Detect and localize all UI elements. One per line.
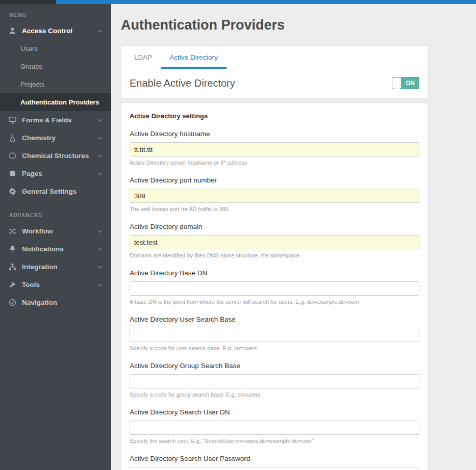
sidebar-item-label: Notifications — [22, 245, 64, 253]
enable-row: Enable Active Directory ON — [121, 69, 428, 98]
tab-ldap[interactable]: LDAP — [126, 46, 161, 69]
shuffle-icon — [8, 227, 17, 235]
sitemap-icon — [8, 263, 17, 271]
monitor-icon — [8, 116, 17, 124]
sidebar-item-users[interactable]: Users — [0, 40, 111, 58]
chevron-down-icon — [97, 282, 103, 288]
field-search-user-dn: Active Directory Search User DN Specify … — [130, 408, 419, 444]
sidebar-item-label: Users — [20, 45, 38, 53]
field-label: Active Directory hostname — [130, 130, 419, 138]
hostname-input[interactable] — [130, 142, 419, 156]
sidebar-item-label: Access Control — [22, 27, 72, 35]
provider-tabs: LDAP Active Directory — [121, 46, 428, 69]
enable-card: LDAP Active Directory Enable Active Dire… — [121, 45, 428, 98]
field-label: Active Directory Search User Password — [130, 455, 419, 462]
enable-toggle[interactable]: ON — [392, 77, 419, 89]
bell-icon — [8, 245, 17, 253]
field-domain: Active Directory domain Domains are iden… — [130, 223, 419, 258]
sidebar-item-label: Pages — [22, 170, 42, 177]
sidebar-item-label: Navigation — [22, 299, 57, 306]
field-user-search-base: Active Directory User Search Base Specif… — [130, 316, 419, 351]
sidebar-item-label: Chemistry — [22, 134, 56, 142]
base-dn-input[interactable] — [130, 281, 419, 296]
sidebar-item-label: Workflow — [22, 227, 53, 235]
page-title: Authentication Providers — [121, 17, 476, 33]
field-hostname: Active Directory hostname Active Directo… — [130, 130, 419, 166]
settings-card: Active Directory settings Active Directo… — [121, 102, 428, 470]
field-help: Active Directory server hostname or IP a… — [130, 160, 419, 166]
field-label: Active Directory User Search Base — [130, 316, 419, 323]
sidebar-item-forms-fields[interactable]: Forms & Fields — [0, 111, 111, 129]
sidebar: MENU Access Control Users Groups Project… — [0, 4, 111, 470]
field-group-search-base: Active Directory Group Search Base Speci… — [130, 362, 419, 398]
wrench-icon — [8, 281, 17, 289]
field-label: Active Directory Group Search Base — [130, 362, 419, 370]
sidebar-item-label: Forms & Fields — [22, 116, 72, 124]
field-port: Active Directory port number The well kn… — [130, 176, 419, 212]
sidebar-advanced-label: ADVANCED — [0, 200, 111, 222]
field-label: Active Directory port number — [130, 176, 419, 184]
sidebar-menu-label: MENU — [0, 4, 111, 22]
field-search-user-password: Active Directory Search User Password Se… — [130, 455, 419, 470]
sidebar-item-notifications[interactable]: Notifications — [0, 240, 111, 258]
topbar-logo-strip — [0, 0, 56, 4]
chevron-down-icon — [97, 246, 103, 252]
chevron-down-icon — [97, 117, 103, 123]
chevron-down-icon — [97, 228, 103, 234]
gear-icon — [8, 188, 17, 195]
tab-active-directory[interactable]: Active Directory — [161, 46, 227, 69]
chevron-down-icon — [97, 171, 103, 177]
search-user-dn-input[interactable] — [130, 421, 419, 435]
search-user-password-input[interactable] — [130, 467, 419, 470]
field-base-dn: Active Directory Base DN A base DN is th… — [130, 269, 419, 305]
field-help: Domains are identified by their DNS name… — [130, 252, 419, 258]
group-search-base-input[interactable] — [130, 374, 419, 388]
field-help: The well known port for AD traffic is 38… — [130, 206, 419, 212]
chevron-down-icon — [97, 264, 103, 270]
toggle-knob — [392, 77, 401, 89]
field-label: Active Directory domain — [130, 223, 419, 230]
topbar-accent-strip — [56, 0, 476, 4]
field-label: Active Directory Search User DN — [130, 408, 419, 416]
port-input[interactable] — [130, 189, 419, 203]
field-help: A base DN is the point from where the se… — [130, 299, 419, 305]
sidebar-item-access-control[interactable]: Access Control — [0, 22, 111, 40]
sidebar-item-groups[interactable]: Groups — [0, 58, 111, 75]
sidebar-item-projects[interactable]: Projects — [0, 75, 111, 93]
sidebar-item-navigation[interactable]: Navigation — [0, 294, 111, 311]
toggle-on-label: ON — [401, 77, 419, 89]
sidebar-item-label: Groups — [20, 63, 42, 70]
sidebar-item-workflow[interactable]: Workflow — [0, 222, 111, 240]
top-bar — [0, 0, 476, 4]
sidebar-item-label: Authentication Providers — [20, 98, 99, 106]
sidebar-item-label: Projects — [20, 81, 44, 88]
chevron-down-icon — [97, 135, 103, 141]
settings-section-title: Active Directory settings — [130, 112, 419, 120]
sidebar-item-tools[interactable]: Tools — [0, 276, 111, 294]
sidebar-item-label: General Settings — [22, 188, 77, 195]
compass-icon — [8, 299, 17, 306]
sidebar-item-chemistry[interactable]: Chemistry — [0, 129, 111, 147]
field-help: Specify the search user. E.g. "SearchUse… — [130, 438, 419, 444]
sidebar-item-pages[interactable]: Pages — [0, 165, 111, 182]
chevron-up-icon — [97, 28, 103, 34]
enable-heading: Enable Active Directory — [130, 77, 235, 89]
field-help: Specify a node for group search base. E.… — [130, 391, 419, 398]
sidebar-item-authentication-providers[interactable]: Authentication Providers — [0, 93, 111, 111]
hexagon-icon — [8, 152, 17, 160]
book-icon — [8, 170, 17, 177]
domain-input[interactable] — [130, 235, 419, 249]
main-content: Authentication Providers LDAP Active Dir… — [111, 4, 476, 470]
sidebar-item-chemical-structures[interactable]: Chemical Structures — [0, 147, 111, 165]
chevron-down-icon — [97, 153, 103, 159]
sidebar-item-general-settings[interactable]: General Settings — [0, 182, 111, 200]
user-icon — [8, 27, 17, 35]
field-label: Active Directory Base DN — [130, 269, 419, 277]
user-search-base-input[interactable] — [130, 328, 419, 342]
field-help: Specify a node for user search base. E.g… — [130, 345, 419, 351]
sidebar-item-label: Tools — [22, 281, 40, 289]
flask-icon — [8, 134, 17, 142]
sidebar-item-integration[interactable]: Integration — [0, 258, 111, 276]
sidebar-item-label: Chemical Structures — [22, 152, 89, 160]
sidebar-item-label: Integration — [22, 263, 58, 271]
